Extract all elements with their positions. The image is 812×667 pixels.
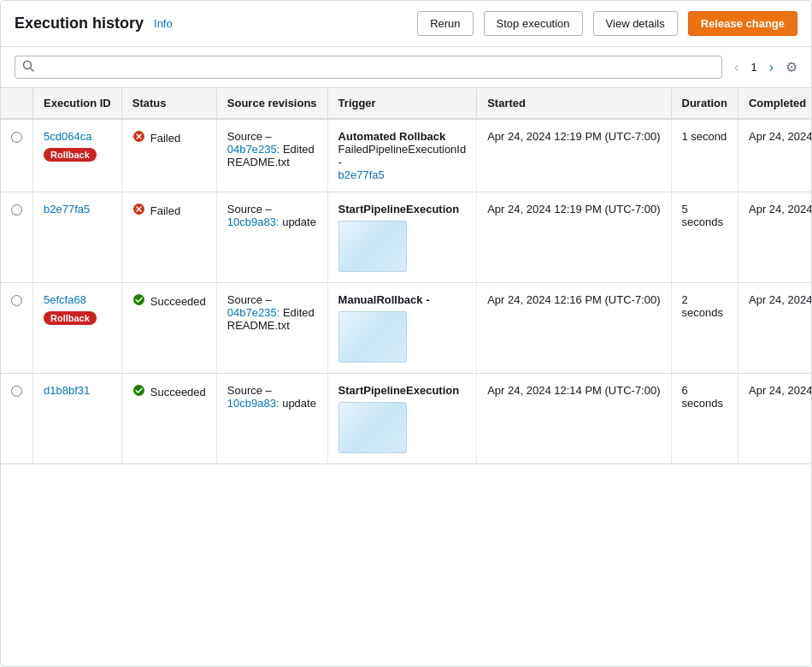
svg-point-8 <box>133 294 144 305</box>
trigger-image <box>338 402 407 453</box>
table-row: 5efcfa68RollbackSucceededSource – 04b7e2… <box>1 283 811 374</box>
page-container: Execution history Info Rerun Stop execut… <box>0 0 812 667</box>
trigger-subtitle: FailedPipelineExecutionId - <box>338 143 467 168</box>
status-cell: Failed <box>121 119 216 192</box>
duration-cell: 2 seconds <box>671 283 738 374</box>
exec-id-cell: 5efcfa68Rollback <box>33 283 122 374</box>
trigger-image <box>338 221 407 272</box>
col-status: Status <box>121 88 216 119</box>
row-radio-2[interactable] <box>11 295 22 306</box>
release-change-button[interactable]: Release change <box>688 11 797 36</box>
source-prefix: Source – <box>227 293 272 306</box>
header: Execution history Info Rerun Stop execut… <box>1 1 811 47</box>
pagination: ‹ 1 › ⚙ <box>729 58 797 77</box>
source-link[interactable]: 10cb9a83: <box>227 215 279 228</box>
source-prefix: Source – <box>227 130 272 143</box>
row-radio-cell <box>1 119 33 192</box>
status-cell: Succeeded <box>121 283 216 374</box>
pagination-next-button[interactable]: › <box>764 58 779 77</box>
trigger-cell: Automated RollbackFailedPipelineExecutio… <box>327 119 477 192</box>
col-source-revisions: Source revisions <box>216 88 327 119</box>
trigger-cell: StartPipelineExecution <box>327 192 477 283</box>
status-text: Succeeded <box>150 295 206 308</box>
success-icon <box>132 384 145 399</box>
source-prefix: Source – <box>227 203 272 215</box>
duration-cell: 6 seconds <box>671 374 738 464</box>
row-radio-0[interactable] <box>11 132 22 143</box>
search-input-wrapper <box>15 56 722 79</box>
row-radio-cell <box>1 283 33 374</box>
executions-table: Execution ID Status Source revisions Tri… <box>1 88 811 464</box>
source-revisions-cell: Source – 10cb9a83: update <box>216 192 327 283</box>
rollback-badge: Rollback <box>44 311 97 325</box>
row-radio-3[interactable] <box>11 386 22 397</box>
search-input[interactable] <box>39 61 715 74</box>
col-execution-id: Execution ID <box>33 88 122 119</box>
status-text: Failed <box>150 204 180 217</box>
failed-icon <box>132 130 145 145</box>
status-text: Failed <box>150 132 180 145</box>
col-duration: Duration <box>671 88 738 119</box>
trigger-cell: ManualRollback - <box>327 283 477 374</box>
started-cell: Apr 24, 2024 12:19 PM (UTC-7:00) <box>477 119 671 192</box>
exec-id-cell: d1b8bf31 <box>33 374 122 464</box>
status-cell: Succeeded <box>121 374 216 464</box>
row-radio-cell <box>1 192 33 283</box>
table-row: 5cd064caRollbackFailedSource – 04b7e235:… <box>1 119 811 192</box>
search-bar: ‹ 1 › ⚙ <box>1 47 811 88</box>
duration-cell: 5 seconds <box>671 192 738 283</box>
search-icon <box>22 60 34 74</box>
status-text: Succeeded <box>150 386 206 398</box>
source-detail: update <box>279 215 316 228</box>
trigger-title: ManualRollback - <box>338 293 467 306</box>
row-radio-cell <box>1 374 33 464</box>
source-link[interactable]: 04b7e235: <box>227 143 279 156</box>
table-row: b2e77fa5FailedSource – 10cb9a83: updateS… <box>1 192 811 283</box>
trigger-link[interactable]: b2e77fa5 <box>338 168 385 181</box>
trigger-title: StartPipelineExecution <box>338 203 467 215</box>
view-details-button[interactable]: View details <box>593 11 678 36</box>
exec-id-link[interactable]: 5efcfa68 <box>44 293 111 306</box>
source-detail: update <box>279 397 316 410</box>
source-revisions-cell: Source – 10cb9a83: update <box>216 374 327 464</box>
completed-cell: Apr 24, 2024 12:16 PM (UTC-7:00) <box>738 283 811 374</box>
settings-icon[interactable]: ⚙ <box>786 59 797 75</box>
completed-cell: Apr 24, 2024 12:19 PM (UTC-7:00) <box>738 119 811 192</box>
table-wrapper: Execution ID Status Source revisions Tri… <box>1 88 811 464</box>
row-radio-1[interactable] <box>11 204 22 215</box>
info-link[interactable]: Info <box>154 17 173 30</box>
started-cell: Apr 24, 2024 12:14 PM (UTC-7:00) <box>477 374 671 464</box>
started-cell: Apr 24, 2024 12:16 PM (UTC-7:00) <box>477 283 671 374</box>
source-link[interactable]: 04b7e235: <box>227 306 279 319</box>
rerun-button[interactable]: Rerun <box>417 11 473 36</box>
trigger-title: StartPipelineExecution <box>338 384 467 397</box>
source-revisions-cell: Source – 04b7e235: Edited README.txt <box>216 283 327 374</box>
status-cell: Failed <box>121 192 216 283</box>
col-checkbox <box>1 88 33 119</box>
trigger-title: Automated Rollback <box>338 130 467 143</box>
exec-id-cell: b2e77fa5 <box>33 192 122 283</box>
source-link[interactable]: 10cb9a83: <box>227 397 279 410</box>
completed-cell: Apr 24, 2024 12:14 PM (UTC-7:00) <box>738 374 811 464</box>
col-completed: Completed <box>738 88 811 119</box>
rollback-badge: Rollback <box>44 148 97 162</box>
exec-id-link[interactable]: b2e77fa5 <box>44 203 111 215</box>
table-row: d1b8bf31SucceededSource – 10cb9a83: upda… <box>1 374 811 464</box>
success-icon <box>132 293 145 309</box>
source-revisions-cell: Source – 04b7e235: Edited README.txt <box>216 119 327 192</box>
failed-icon <box>132 203 145 218</box>
trigger-cell: StartPipelineExecution <box>327 374 477 464</box>
exec-id-link[interactable]: d1b8bf31 <box>44 384 111 397</box>
duration-cell: 1 second <box>671 119 738 192</box>
pagination-current: 1 <box>750 61 756 74</box>
trigger-image <box>338 311 407 363</box>
exec-id-link[interactable]: 5cd064ca <box>44 130 111 143</box>
table-header-row: Execution ID Status Source revisions Tri… <box>1 88 811 119</box>
pagination-prev-button[interactable]: ‹ <box>729 58 744 77</box>
svg-point-9 <box>133 385 144 396</box>
started-cell: Apr 24, 2024 12:19 PM (UTC-7:00) <box>477 192 671 283</box>
stop-execution-button[interactable]: Stop execution <box>484 11 583 36</box>
source-prefix: Source – <box>227 384 272 397</box>
completed-cell: Apr 24, 2024 12:19 PM (UTC-7:00) <box>738 192 811 283</box>
exec-id-cell: 5cd064caRollback <box>33 119 122 192</box>
